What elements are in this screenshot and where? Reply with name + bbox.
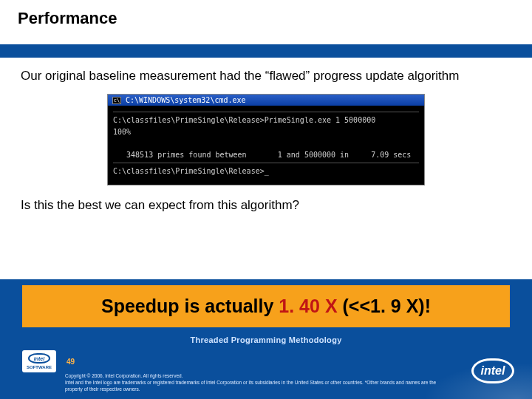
question-paragraph: Is this the best we can expect from this… — [21, 197, 511, 213]
slide-title: Performance — [18, 9, 514, 28]
footer: Threaded Programming Methodology intel S… — [0, 331, 532, 399]
console-line-4: C:\classfiles\PrimeSingle\Release>_ — [113, 167, 269, 175]
console-body: C:\classfiles\PrimeSingle\Release>PrimeS… — [108, 106, 424, 185]
callout-post: (<<1. 9 X)! — [338, 296, 431, 316]
callout-pre: Speedup is actually — [101, 296, 279, 316]
corner-logo: intel — [470, 356, 516, 386]
methodology-label: Threaded Programming Methodology — [0, 335, 532, 344]
legal-text: Copyright © 2006, Intel Corporation. All… — [65, 373, 443, 393]
software-label: SOFTWARE — [27, 365, 52, 369]
console-title: C:\WINDOWS\system32\cmd.exe — [126, 96, 246, 104]
console-window: c\ C:\WINDOWS\system32\cmd.exe C:\classf… — [107, 94, 425, 185]
cmd-icon: c\ — [112, 97, 121, 104]
console-titlebar: c\ C:\WINDOWS\system32\cmd.exe — [108, 95, 424, 106]
software-badge: intel SOFTWARE — [22, 350, 56, 372]
slide: Performance Our original baseline measur… — [0, 0, 532, 399]
callout-box: Speedup is actually 1. 40 X (<<1. 9 X)! — [22, 285, 510, 327]
intel-logo-icon: intel — [471, 358, 514, 383]
body: Our original baseline measurement had th… — [0, 58, 532, 279]
console-line-3: 348513 primes found between 1 and 500000… — [113, 151, 411, 159]
page-number: 49 — [66, 358, 75, 366]
callout-value: 1. 40 X — [279, 296, 337, 316]
trademark-line: Intel and the Intel logo are trademarks … — [65, 380, 436, 392]
console-line-1: C:\classfiles\PrimeSingle\Release>PrimeS… — [113, 116, 375, 124]
console-wrap: c\ C:\WINDOWS\system32\cmd.exe C:\classf… — [21, 94, 511, 185]
header: Performance — [0, 0, 532, 44]
page-group: intel SOFTWARE 49 — [22, 350, 75, 372]
intel-logo-small-icon: intel — [28, 353, 50, 364]
intro-paragraph: Our original baseline measurement had th… — [21, 68, 511, 83]
copyright-line: Copyright © 2006, Intel Corporation. All… — [65, 373, 443, 380]
callout-text: Speedup is actually 1. 40 X (<<1. 9 X)! — [30, 296, 502, 317]
console-line-2: 100% — [113, 128, 131, 136]
